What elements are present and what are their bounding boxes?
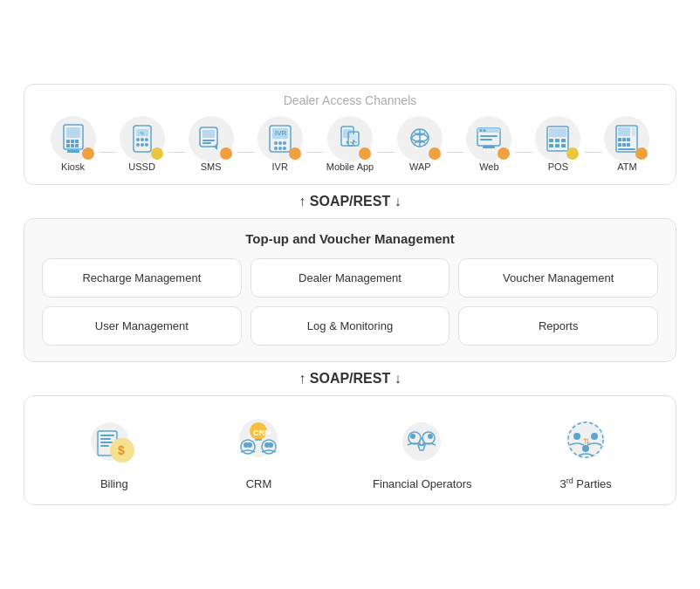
svg-rect-4 [75,140,79,143]
web-icon [466,116,511,161]
svg-rect-67 [100,438,111,440]
svg-rect-6 [71,144,74,147]
thirdparties-label: 3rd Parties [559,476,611,490]
svg-rect-8 [67,150,79,153]
crm-item: CRM CRM [228,411,289,490]
svg-rect-21 [202,142,211,144]
feature-dealer: Dealer Management [250,258,450,298]
svg-point-29 [278,147,282,150]
svg-point-40 [480,129,483,132]
svg-rect-66 [100,435,114,436]
svg-point-80 [268,442,273,448]
dealer-title: Dealer Access Channels [38,93,662,107]
svg-point-11 [136,138,140,141]
feature-user: User Management [42,306,242,346]
svg-rect-1 [66,127,80,138]
svg-point-13 [145,138,148,141]
atm-label: ATM [617,161,636,172]
billing-item: $ Biling [84,411,145,490]
svg-point-91 [582,445,589,452]
channel-item-web: Web [466,116,511,172]
topup-title: Top-up and Voucher Management [42,231,658,246]
svg-rect-43 [480,139,492,140]
svg-point-41 [484,129,486,132]
svg-rect-42 [480,135,498,137]
crm-label: CRM [246,477,272,490]
financial-item: Financial Operators [373,411,471,490]
thirdparties-sup: rd [566,476,573,485]
financial-label: Financial Operators [373,477,471,490]
ivr-label: IVR [272,161,288,172]
svg-point-14 [136,143,140,147]
svg-rect-19 [202,130,215,138]
svg-rect-49 [555,139,559,142]
svg-point-26 [278,141,282,145]
feature-log: Log & Monitoring [250,306,450,346]
svg-text:*#: *# [140,131,144,136]
svg-point-89 [573,433,580,440]
bottom-items: $ Biling CRM [42,410,658,490]
channel-item-kiosk: Kiosk [51,116,96,172]
svg-rect-20 [202,140,215,141]
svg-point-16 [145,143,148,147]
ivr-icon: IVR [257,116,303,161]
channel-item-ussd: *# USSD [120,116,165,172]
svg-text:⇅: ⇅ [583,436,590,446]
svg-rect-52 [555,144,559,147]
svg-rect-5 [66,144,70,147]
svg-rect-58 [622,138,626,141]
svg-rect-69 [100,445,109,447]
topup-section: Top-up and Voucher Management Recharge M… [24,218,676,362]
svg-rect-3 [71,140,74,143]
ussd-label: USSD [128,161,155,172]
billing-icon: $ [84,411,145,472]
kiosk-icon [51,116,96,161]
svg-rect-62 [627,143,630,147]
wap-label: WAP [409,161,431,172]
channel-item-sms: SMS [189,116,234,172]
svg-text:$: $ [118,443,125,457]
svg-point-90 [591,433,598,440]
svg-rect-48 [549,139,553,142]
channel-item-atm: ATM [604,116,649,172]
mobile-label: Mobile App [326,161,374,172]
kiosk-label: Kiosk [61,161,85,172]
main-container: Dealer Access Channels [10,70,690,519]
crm-icon: CRM [228,411,289,472]
bottom-section: $ Biling CRM [24,395,676,505]
pos-label: POS [548,161,568,172]
svg-point-82 [402,422,441,461]
channel-item-ivr: IVR IVR [257,116,303,172]
svg-point-84 [410,434,415,439]
sms-label: SMS [201,161,222,172]
svg-point-15 [141,143,144,147]
svg-rect-7 [75,144,79,147]
channel-item-mobile: Mobile App [326,116,374,172]
soap-rest-top: ↑ SOAP/REST ↓ [24,194,676,209]
channel-list: Kiosk *# [38,116,662,172]
feature-voucher: Voucher Management [458,258,658,298]
svg-point-30 [283,147,286,150]
svg-rect-61 [622,143,626,147]
feature-grid: Recharge Management Dealer Management Vo… [42,258,658,346]
svg-rect-50 [561,139,566,142]
pos-icon [535,116,580,161]
ussd-icon: *# [120,116,165,161]
channel-item-wap: WAP [397,116,443,172]
atm-icon [604,116,649,161]
mobile-icon [327,116,373,161]
svg-rect-68 [100,442,113,443]
svg-rect-59 [627,138,630,141]
sms-icon [189,116,234,161]
svg-text:CRM: CRM [253,428,271,437]
svg-rect-45 [488,146,490,148]
svg-rect-57 [618,138,621,141]
thirdparties-item: ⇅ 3rd Parties [555,410,616,490]
soap-rest-bottom: ↑ SOAP/REST ↓ [24,371,676,387]
svg-rect-53 [561,144,566,147]
svg-point-12 [141,138,144,141]
thirdparties-icon: ⇅ [555,410,616,471]
svg-rect-55 [618,127,630,136]
svg-point-86 [428,434,433,439]
svg-point-27 [283,141,286,145]
